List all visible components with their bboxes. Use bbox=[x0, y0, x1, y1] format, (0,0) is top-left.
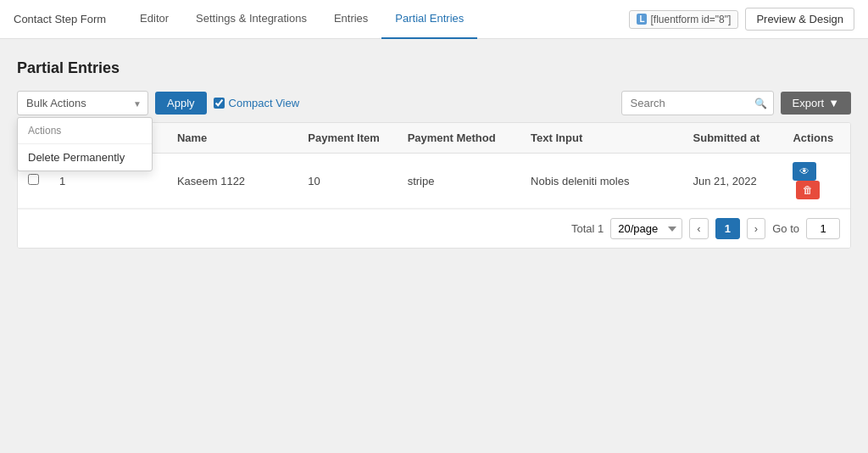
col-name-header: Name bbox=[167, 123, 298, 154]
col-text-input-header: Text Input bbox=[520, 123, 682, 154]
toolbar: Bulk Actions Delete Permanently ▼ Action… bbox=[17, 91, 851, 115]
export-label: Export bbox=[793, 97, 825, 109]
search-wrapper: 🔍 bbox=[621, 91, 774, 115]
nav-link-partial-entries[interactable]: Partial Entries bbox=[381, 0, 477, 39]
row-payment-item: 10 bbox=[298, 154, 397, 209]
toolbar-right: 🔍 Export ▼ bbox=[621, 91, 851, 115]
compact-view-label[interactable]: Compact View bbox=[214, 97, 300, 109]
apply-button[interactable]: Apply bbox=[155, 92, 207, 115]
chevron-down-icon: ▼ bbox=[828, 97, 839, 109]
goto-input[interactable] bbox=[806, 218, 840, 239]
nav-links: Editor Settings & Integrations Entries P… bbox=[126, 0, 629, 39]
compact-view-text: Compact View bbox=[229, 97, 300, 109]
total-label: Total 1 bbox=[571, 222, 604, 235]
delete-permanently-option[interactable]: Delete Permanently bbox=[18, 144, 152, 171]
current-page: 1 bbox=[715, 218, 740, 239]
row-text-input: Nobis deleniti moles bbox=[520, 154, 682, 209]
preview-design-button[interactable]: Preview & Design bbox=[745, 8, 854, 31]
top-nav: Contact Step Form Editor Settings & Inte… bbox=[0, 0, 868, 39]
delete-entry-button[interactable]: 🗑 bbox=[796, 181, 820, 199]
row-payment-method: stripe bbox=[398, 154, 520, 209]
nav-title: Contact Step Form bbox=[14, 13, 106, 25]
view-entry-button[interactable]: 👁 bbox=[793, 162, 816, 181]
bulk-actions-wrapper: Bulk Actions Delete Permanently ▼ Action… bbox=[17, 91, 148, 115]
export-button[interactable]: Export ▼ bbox=[781, 92, 851, 115]
nav-link-editor[interactable]: Editor bbox=[126, 0, 182, 39]
top-nav-right: L [fluentform id="8"] Preview & Design bbox=[629, 8, 854, 31]
bulk-actions-dropdown: Actions Delete Permanently bbox=[17, 117, 153, 171]
search-input[interactable] bbox=[621, 91, 774, 115]
dropdown-header: Actions bbox=[18, 118, 152, 144]
row-name: Kaseem 1122 bbox=[167, 154, 298, 209]
row-submitted-at: Jun 21, 2022 bbox=[683, 154, 783, 209]
bulk-actions-select[interactable]: Bulk Actions Delete Permanently bbox=[17, 91, 148, 115]
col-actions-header: Actions bbox=[782, 123, 850, 154]
col-payment-method-header: Payment Method bbox=[398, 123, 520, 154]
nav-link-entries[interactable]: Entries bbox=[320, 0, 381, 39]
goto-label: Go to bbox=[772, 222, 799, 235]
row-checkbox[interactable] bbox=[28, 174, 39, 185]
nav-link-settings[interactable]: Settings & Integrations bbox=[182, 0, 320, 39]
page-title: Partial Entries bbox=[17, 59, 851, 77]
form-id-text: [fluentform id="8"] bbox=[650, 14, 731, 25]
form-id-badge: L [fluentform id="8"] bbox=[629, 10, 738, 29]
col-payment-item-header: Payment Item bbox=[298, 123, 397, 154]
next-page-button[interactable]: › bbox=[747, 218, 765, 239]
compact-view-checkbox[interactable] bbox=[214, 98, 225, 109]
per-page-select[interactable]: 20/page 50/page 100/page bbox=[610, 218, 682, 239]
page-content: Partial Entries Bulk Actions Delete Perm… bbox=[0, 39, 868, 269]
fluent-icon: L bbox=[637, 14, 647, 25]
col-submitted-header: Submitted at bbox=[683, 123, 783, 154]
prev-page-button[interactable]: ‹ bbox=[689, 218, 708, 239]
row-actions-cell: 👁 🗑 bbox=[782, 154, 850, 209]
pagination-row: Total 1 20/page 50/page 100/page ‹ 1 › G… bbox=[18, 209, 850, 248]
